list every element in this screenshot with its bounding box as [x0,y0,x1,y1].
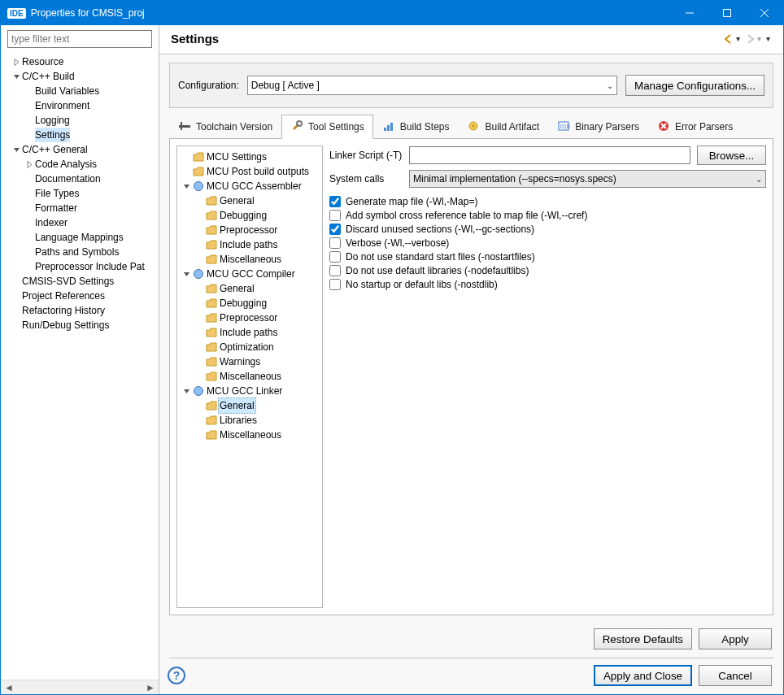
tool-tree-item[interactable]: MCU Post build outputs [179,164,320,179]
apply-and-close-button[interactable]: Apply and Close [594,665,692,686]
tool-tree-item[interactable]: Miscellaneous [179,369,320,384]
checkbox-row[interactable]: Discard unused sections (-Wl,--gc-sectio… [329,224,766,235]
tool-tree-item[interactable]: Miscellaneous [179,252,320,267]
tool-tree-item[interactable]: General [179,281,320,296]
nav-item[interactable]: Logging [4,113,159,128]
nav-back-button[interactable]: ▾ [722,33,742,46]
tool-tree-label: Miscellaneous [218,428,283,442]
nav-item[interactable]: File Types [4,186,159,201]
tab-buildartifact[interactable]: Build Artifact [458,115,548,139]
checkbox[interactable] [329,237,341,249]
nav-item-label: Preprocessor Include Pat [35,259,145,274]
checkbox-row[interactable]: Do not use standard start files (-nostar… [329,251,766,263]
nav-item[interactable]: Settings [4,128,159,142]
nav-item[interactable]: Run/Debug Settings [4,318,159,332]
content-pane: Settings ▾ ▾ ▾ Configuration: Debug [ Ac… [159,25,783,694]
nav-item[interactable]: Language Mappings [4,230,159,245]
tool-tree-item[interactable]: MCU Settings [179,150,320,164]
tool-tree-label: Miscellaneous [218,252,283,267]
checkbox[interactable] [329,265,341,276]
configuration-select[interactable]: Debug [ Active ] ⌄ [247,76,617,95]
manage-configurations-button[interactable]: Manage Configurations... [625,75,764,96]
nav-item[interactable]: Project References [4,289,159,303]
close-button[interactable] [746,1,783,25]
checkbox[interactable] [329,196,341,207]
tool-tree-item[interactable]: General [179,193,320,208]
tool-tree-label: Preprocessor [218,223,279,237]
nav-item-label: Refactoring History [22,303,105,318]
checkbox-row[interactable]: No startup or default libs (-nostdlib) [329,279,766,290]
checkbox-row[interactable]: Do not use default libraries (-nodefault… [329,265,766,276]
nav-item[interactable]: C/C++ Build [4,69,159,84]
checkbox-row[interactable]: Verbose (-Wl,--verbose) [329,237,766,249]
browse-button[interactable]: Browse... [697,146,766,165]
tool-tree-item[interactable]: Include paths [179,325,320,340]
caret-down-icon[interactable] [11,72,22,81]
tool-tree-item[interactable]: Include paths [179,237,320,252]
restore-defaults-button[interactable]: Restore Defaults [594,628,692,649]
tool-tree-item[interactable]: MCU GCC Linker [179,384,320,398]
nav-item[interactable]: Code Analysis [4,157,159,172]
scroll-right-icon[interactable]: ► [146,682,155,693]
checkbox[interactable] [329,210,341,221]
linker-script-input[interactable] [409,146,690,164]
folder-icon [205,341,218,353]
tool-tree-item[interactable]: Warnings [179,354,320,369]
nav-tree[interactable]: ResourceC/C++ BuildBuild VariablesEnviro… [1,53,159,680]
folder-icon [205,283,218,294]
nav-item[interactable]: Refactoring History [4,303,159,318]
nav-item[interactable]: Resource [4,54,159,69]
nav-forward-button[interactable]: ▾ [743,33,763,46]
nav-item[interactable]: C/C++ General [4,142,159,157]
page-title: Settings [171,32,722,46]
tab-toolchain[interactable]: Toolchain Version [169,115,281,139]
tool-tree[interactable]: MCU SettingsMCU Post build outputsMCU GC… [176,146,323,608]
caret-down-icon[interactable] [181,182,192,191]
toolchain-icon [178,120,191,134]
tool-tree-item[interactable]: Preprocessor [179,223,320,237]
nav-item[interactable]: Preprocessor Include Pat [4,259,159,274]
nav-menu-button[interactable]: ▾ [764,33,772,46]
caret-down-icon[interactable] [181,387,192,396]
tool-tree-item[interactable]: Libraries [179,413,320,428]
nav-item[interactable]: Documentation [4,172,159,186]
apply-button[interactable]: Apply [699,628,772,649]
tool-tree-item[interactable]: MCU GCC Compiler [179,267,320,281]
tool-tree-item[interactable]: Debugging [179,208,320,223]
nav-item[interactable]: Indexer [4,215,159,230]
nav-item[interactable]: Formatter [4,201,159,215]
checkbox-row[interactable]: Add symbol cross reference table to map … [329,210,766,221]
filter-input[interactable] [7,30,152,48]
cancel-button[interactable]: Cancel [699,665,772,686]
tool-tree-item[interactable]: Debugging [179,296,320,311]
caret-down-icon[interactable] [181,270,192,279]
tool-tree-item[interactable]: General [179,398,320,413]
nav-item[interactable]: Environment [4,98,159,113]
tool-tree-item[interactable]: Miscellaneous [179,428,320,442]
tool-tree-item[interactable]: Optimization [179,340,320,354]
tool-tree-item[interactable]: Preprocessor [179,311,320,325]
scroll-left-icon[interactable]: ◄ [4,682,14,693]
caret-down-icon[interactable] [11,146,22,154]
caret-right-icon[interactable] [11,58,22,67]
nav-item[interactable]: Paths and Symbols [4,245,159,259]
nav-item[interactable]: CMSIS-SVD Settings [4,274,159,289]
checkbox-row[interactable]: Generate map file (-Wl,-Map=) [329,196,766,207]
window-title: Properties for CMSIS_proj [31,7,671,19]
horizontal-scrollbar[interactable]: ◄ ► [1,680,159,694]
maximize-button[interactable] [708,1,746,25]
caret-right-icon[interactable] [24,160,35,169]
tab-errparsers[interactable]: Error Parsers [648,115,742,139]
nav-item[interactable]: Build Variables [4,84,159,98]
tab-buildsteps[interactable]: Build Steps [373,115,459,139]
checkbox[interactable] [329,279,341,290]
tab-toolsettings[interactable]: Tool Settings [281,115,373,139]
checkbox[interactable] [329,251,341,263]
folder-icon [205,429,218,441]
help-button[interactable]: ? [168,667,185,684]
tab-binparsers[interactable]: 010Binary Parsers [548,115,648,139]
tool-tree-item[interactable]: MCU GCC Assembler [179,179,320,193]
checkbox[interactable] [329,224,341,235]
system-calls-select[interactable]: Minimal implementation (--specs=nosys.sp… [409,170,766,188]
minimize-button[interactable] [671,1,708,25]
